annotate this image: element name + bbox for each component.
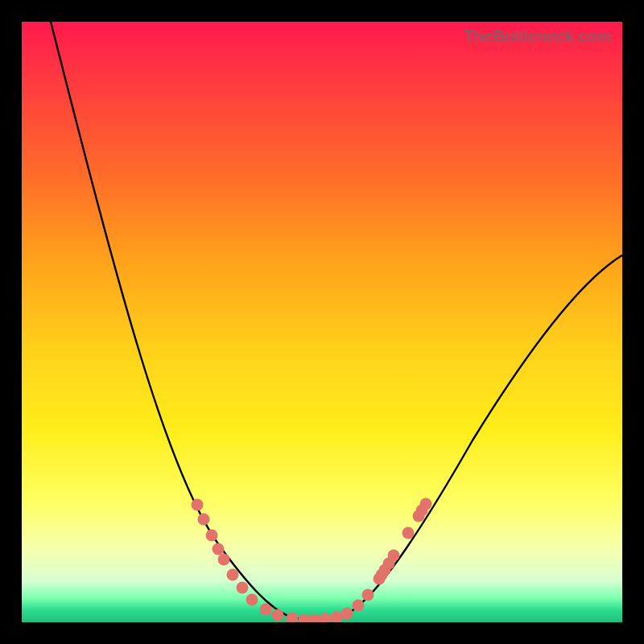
data-point xyxy=(260,604,272,616)
data-point xyxy=(272,609,284,621)
data-point xyxy=(309,614,321,623)
data-point xyxy=(388,550,400,562)
data-point xyxy=(218,554,230,566)
data-point xyxy=(198,514,210,526)
data-point xyxy=(206,530,218,542)
data-point xyxy=(320,613,332,623)
bottleneck-curve xyxy=(22,22,622,622)
data-point xyxy=(237,582,249,594)
data-point xyxy=(287,613,299,623)
data-point xyxy=(402,527,415,539)
chart-frame: TheBottleneck.com xyxy=(22,22,622,622)
data-point xyxy=(192,499,204,511)
watermark-label: TheBottleneck.com xyxy=(464,27,611,46)
data-point xyxy=(353,600,365,612)
data-point xyxy=(331,612,343,623)
data-point xyxy=(213,543,225,555)
curve-path xyxy=(51,22,622,620)
data-point xyxy=(362,589,374,601)
data-point xyxy=(246,594,258,606)
data-point xyxy=(227,569,239,581)
dot-layer xyxy=(192,498,432,623)
data-point xyxy=(341,608,353,620)
data-point xyxy=(299,614,311,623)
data-point xyxy=(420,498,432,510)
